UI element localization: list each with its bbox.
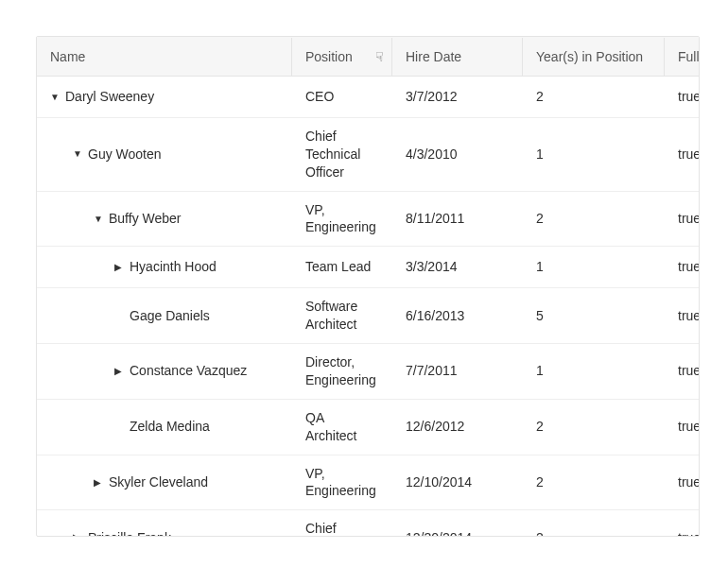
years-cell: 2	[523, 77, 665, 117]
expand-icon[interactable]: ▶	[114, 365, 124, 378]
hiredate-cell: 7/7/2011	[392, 351, 523, 391]
name-label: Priscilla Frank	[88, 529, 171, 537]
name-label: Hyacinth Hood	[130, 258, 217, 276]
name-cell: ▼Daryl Sweeney	[37, 77, 292, 117]
name-label: Skyler Cleveland	[109, 473, 208, 491]
hiredate-cell: 4/3/2010	[392, 134, 523, 175]
hiredate-cell: 3/3/2014	[392, 247, 523, 287]
fulltime-cell: true	[665, 134, 699, 175]
table-row[interactable]: ▶Constance VazquezDirector, Engineering7…	[37, 344, 699, 400]
years-cell: 2	[523, 518, 665, 537]
fulltime-cell: true	[665, 296, 699, 336]
years-cell: 1	[523, 351, 665, 391]
fulltime-cell: true	[665, 247, 699, 287]
name-label: Buffy Weber	[109, 210, 182, 228]
column-header-row: Name Position ☟ Hire Date Year(s) in Pos…	[37, 37, 699, 77]
fulltime-cell: true	[665, 198, 699, 239]
column-header-hiredate[interactable]: Hire Date	[392, 38, 523, 76]
name-cell: ▼Guy Wooten	[37, 134, 292, 175]
hiredate-cell: 12/10/2014	[392, 462, 523, 503]
name-cell: ▶Hyacinth Hood	[37, 247, 292, 287]
name-label: Daryl Sweeney	[65, 88, 154, 106]
years-cell: 1	[523, 247, 665, 287]
expand-icon[interactable]: ▶	[114, 261, 124, 274]
table-row[interactable]: ▼Guy WootenChief Technical Officer4/3/20…	[37, 118, 699, 192]
grid-body: ▼Daryl SweeneyCEO3/7/20122true▼Guy Woote…	[37, 77, 699, 537]
hiredate-cell: 12/6/2012	[392, 406, 523, 447]
name-label: Zelda Medina	[130, 418, 210, 436]
table-row[interactable]: ▼Buffy WeberVP, Engineering8/11/20112tru…	[37, 192, 699, 248]
expand-icon[interactable]: ▶	[94, 476, 103, 490]
years-cell: 2	[523, 406, 665, 447]
name-cell: ▼Buffy Weber	[37, 198, 292, 239]
hand-cursor-icon: ☟	[375, 49, 384, 64]
table-row[interactable]: ▶Skyler ClevelandVP, Engineering12/10/20…	[37, 455, 699, 511]
position-cell: Director, Engineering	[292, 344, 392, 399]
position-cell: VP, Engineering	[292, 455, 392, 510]
years-cell: 2	[523, 198, 665, 239]
collapse-icon[interactable]: ▼	[94, 213, 103, 226]
years-cell: 2	[523, 462, 665, 503]
collapse-icon[interactable]: ▼	[50, 91, 60, 104]
column-header-position[interactable]: Position ☟	[292, 38, 392, 76]
name-label: Guy Wooten	[88, 146, 162, 163]
name-cell: ▶Priscilla Frank	[37, 518, 292, 537]
position-cell: Chief Product	[292, 510, 392, 537]
column-header-position-label: Position	[305, 49, 353, 64]
fulltime-cell: true	[665, 351, 699, 391]
fulltime-cell: true	[665, 518, 699, 537]
years-cell: 1	[523, 134, 665, 175]
position-cell: Software Architect	[292, 288, 392, 343]
fulltime-cell: true	[665, 77, 699, 117]
position-cell: Chief Technical Officer	[292, 118, 392, 191]
name-cell: ▶Skyler Cleveland	[37, 462, 292, 503]
table-row[interactable]: ▶Zelda MedinaQA Architect12/6/20122true	[37, 400, 699, 455]
hiredate-cell: 8/11/2011	[392, 198, 523, 239]
column-header-fulltime[interactable]: Full	[665, 38, 700, 76]
name-label: Gage Daniels	[130, 307, 210, 325]
hiredate-cell: 3/7/2012	[392, 77, 523, 117]
name-cell: ▶Constance Vazquez	[37, 351, 292, 391]
collapse-icon[interactable]: ▼	[73, 147, 82, 161]
expand-icon[interactable]: ▶	[73, 531, 82, 537]
name-cell: ▶Gage Daniels	[37, 296, 292, 336]
position-cell: Team Lead	[292, 249, 392, 285]
column-header-years[interactable]: Year(s) in Position	[523, 38, 665, 76]
table-row[interactable]: ▶Priscilla FrankChief Product12/30/20142…	[37, 510, 699, 537]
table-row[interactable]: ▶Hyacinth HoodTeam Lead3/3/20141true	[37, 247, 699, 288]
years-cell: 5	[523, 296, 665, 336]
fulltime-cell: true	[665, 406, 699, 447]
table-row[interactable]: ▶Gage DanielsSoftware Architect6/16/2013…	[37, 288, 699, 344]
position-cell: QA Architect	[292, 400, 392, 455]
position-cell: VP, Engineering	[292, 192, 392, 247]
tree-grid: Name Position ☟ Hire Date Year(s) in Pos…	[36, 36, 700, 537]
name-cell: ▶Zelda Medina	[37, 406, 292, 447]
table-row[interactable]: ▼Daryl SweeneyCEO3/7/20122true	[37, 77, 699, 118]
fulltime-cell: true	[665, 462, 699, 503]
position-cell: CEO	[292, 78, 392, 115]
hiredate-cell: 6/16/2013	[392, 296, 523, 336]
column-header-name[interactable]: Name	[37, 38, 292, 76]
name-label: Constance Vazquez	[130, 362, 247, 380]
hiredate-cell: 12/30/2014	[392, 518, 523, 537]
